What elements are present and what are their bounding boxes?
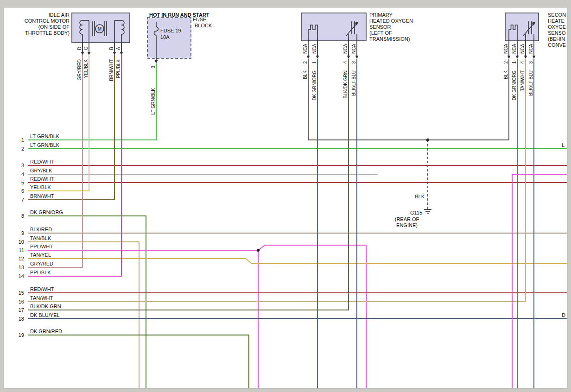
- row-wire-label: RED/WHT: [30, 176, 54, 182]
- row-wire-label: GRY/RED: [30, 261, 53, 266]
- pin-number-label: 3: [351, 61, 356, 64]
- iac-title: IDLE AIR: [49, 12, 70, 18]
- junction-dot: [257, 249, 260, 252]
- pin-number-label: 4: [343, 61, 348, 64]
- row-number: 11: [19, 247, 24, 253]
- wire-color-label: DK GRN/ORG: [512, 70, 517, 101]
- row-wire-label: TAN/WHT: [30, 295, 53, 301]
- row-wire-label: PPL/BLK: [30, 270, 51, 275]
- row-number: 14: [19, 273, 24, 279]
- wiring-diagram-canvas: G115BLK(REAR OFENGINE)IDLE AIRCONTROL MO…: [0, 0, 571, 392]
- wire-color-label: TAN/WHT: [520, 70, 525, 91]
- pin-number-label: 1: [512, 61, 517, 64]
- ground-wire-label: BLK: [415, 194, 425, 199]
- diagram-window: G115BLK(REAR OFENGINE)IDLE AIRCONTROL MO…: [0, 0, 571, 392]
- iac-motor-letter: M: [98, 26, 102, 32]
- pin-nca-label: NCA: [528, 44, 533, 54]
- wire-color-label: GRY/RED: [77, 59, 82, 80]
- row-wire-label: DK BLU/YEL: [30, 312, 60, 318]
- row-right-edge-label: L: [562, 142, 565, 148]
- row-number: 15: [19, 290, 24, 296]
- row-wire-label: TAN/YEL: [30, 252, 51, 258]
- pin-letter-label: A: [116, 47, 121, 50]
- iac-title: CONTROL MOTOR: [25, 18, 70, 24]
- primary-o2-title: SENSOR: [369, 24, 391, 30]
- row-wire-label: BLK/RED: [30, 227, 52, 232]
- row-wire-label: PPL/WHT: [30, 244, 53, 249]
- wire-color-label: LT GRN/BLK: [151, 88, 156, 115]
- pin-nca-label: NCA: [343, 44, 348, 54]
- wire-color-label: BLK/LT BLU: [528, 70, 533, 96]
- row-wire-label: BRN/WHT: [30, 193, 54, 199]
- wire-color-label: PPL/BLK: [116, 59, 121, 78]
- ground-note: ENGINE): [396, 222, 418, 228]
- secondary-o2-title: (BEHIN: [548, 36, 565, 42]
- secondary-o2-title: CONVE: [548, 42, 566, 48]
- fuse-block-side-label: BLOCK: [195, 23, 212, 28]
- row-wire-label: LT GRN/BLK: [30, 142, 60, 148]
- wire-color-label: BLK: [503, 70, 508, 79]
- pin-number-label: 1: [312, 61, 317, 64]
- row-wire-label: RED/WHT: [30, 159, 54, 164]
- pin-nca-label: NCA: [312, 44, 317, 54]
- row-number: 17: [19, 307, 24, 313]
- ground-note: (REAR OF: [395, 216, 419, 222]
- iac-title: (ON SIDE OF: [38, 24, 70, 30]
- secondary-o2-title: OXYGE: [548, 24, 566, 30]
- row-right-edge-label: D: [562, 312, 565, 318]
- row-number: 16: [19, 299, 24, 304]
- wire-color-label: DK GRN/ORG: [312, 70, 317, 101]
- pin-nca-label: NCA: [512, 44, 517, 54]
- pin-nca-label: NCA: [503, 44, 508, 54]
- row-number: 1: [21, 137, 24, 143]
- row-wire-label: DK GRN/ORG: [30, 209, 63, 215]
- row-number: 12: [19, 256, 24, 261]
- row-wire-label: DK GRN/RED: [30, 329, 62, 334]
- row-number: 13: [19, 265, 24, 270]
- row-number: 5: [21, 180, 24, 185]
- secondary-o2-title: HEATE: [548, 18, 565, 24]
- row-wire-label: BLK/DK GRN: [30, 303, 61, 309]
- secondary-o2-title: SECON: [548, 12, 566, 18]
- pin-nca-label: NCA: [351, 44, 356, 54]
- wire-color-label: BLK/LT BLU: [351, 70, 356, 96]
- primary-o2-box: [301, 13, 366, 41]
- secondary-o2-title: SENSO: [548, 30, 566, 36]
- pin-number-label: 2: [503, 61, 508, 64]
- row-number: 10: [19, 239, 24, 245]
- pin-nca-label: NCA: [520, 44, 525, 54]
- fuse-value-label: FUSE 19: [160, 28, 181, 33]
- pin-letter-label: C: [83, 47, 89, 50]
- fuse-block-side-label: FUSE: [193, 17, 206, 22]
- row-number: 9: [21, 230, 24, 236]
- row-number: 4: [21, 171, 24, 177]
- row-number: 3: [21, 163, 24, 168]
- primary-o2-title: TRANSMISSION): [369, 36, 410, 42]
- pin-number-label: 4: [520, 61, 525, 64]
- pin-number-label: 3: [528, 61, 533, 64]
- row-number: 18: [19, 316, 24, 322]
- row-wire-label: GRY/BLK: [30, 168, 52, 173]
- row-number: 6: [21, 188, 24, 194]
- row-wire-label: LT GRN/BLK: [30, 133, 60, 139]
- pin-nca-label: NCA: [303, 44, 308, 54]
- row-wire-label: TAN/BLK: [30, 235, 51, 241]
- row-number: 8: [21, 213, 24, 219]
- wire-color-label: BRN/WHT: [109, 59, 114, 81]
- fuse-value-label: 10A: [160, 34, 170, 40]
- primary-o2-title: (LEFT OF: [369, 30, 392, 36]
- row-number: 2: [21, 146, 24, 152]
- pin-letter-label: B: [109, 47, 114, 50]
- wire-color-label: BLK: [303, 70, 308, 79]
- wire-color-label: BLK/DK GRN: [343, 70, 348, 99]
- pin-number-label: 2: [303, 61, 308, 64]
- pin-letter-label: D: [77, 47, 82, 50]
- row-wire-label: RED/WHT: [30, 286, 54, 292]
- wire-color-label: YEL/BLK: [83, 59, 89, 78]
- ground-id-label: G115: [410, 210, 422, 215]
- row-wire-label: YEL/BLK: [30, 184, 51, 190]
- primary-o2-title: HEATED OXYGEN: [369, 18, 413, 24]
- junction-dot: [426, 139, 429, 141]
- row-number: 7: [21, 197, 24, 202]
- pin-number-label: 3: [151, 66, 156, 69]
